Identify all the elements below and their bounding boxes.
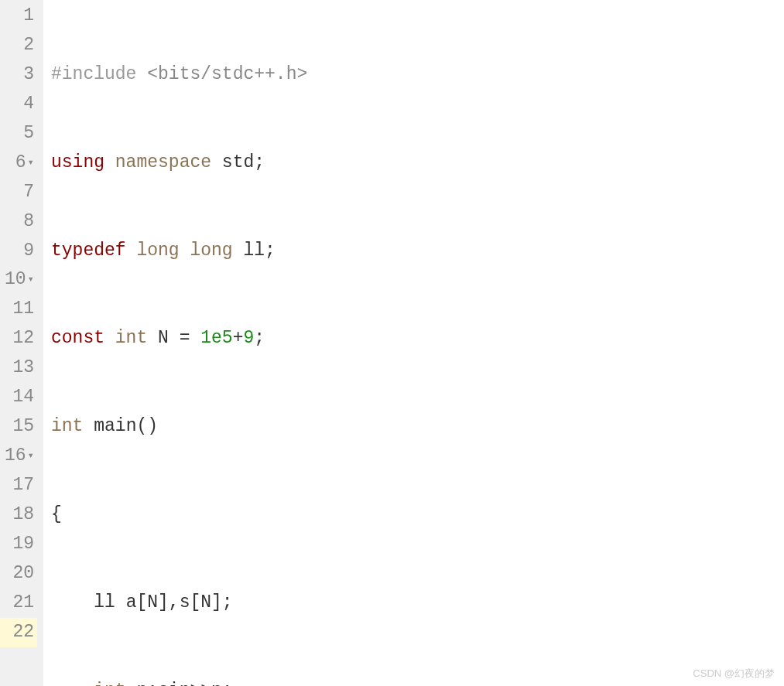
line-number: 3 [0, 60, 37, 90]
fold-icon[interactable]: ▾ [28, 273, 34, 285]
line-number: 6▾ [0, 148, 37, 178]
code-line: { [51, 500, 784, 530]
code-line: #include <bits/stdc++.h> [51, 60, 784, 90]
line-number: 14 [0, 383, 37, 412]
line-number: 4 [0, 90, 37, 119]
line-number: 10▾ [0, 265, 37, 295]
line-number: 7 [0, 178, 37, 207]
line-number: 2 [0, 31, 37, 60]
code-editor: 1 2 3 4 5 6▾ 7 8 9 10▾ 11 12 13 14 15 16… [0, 0, 784, 686]
line-number: 11 [0, 295, 37, 324]
line-number: 18 [0, 500, 37, 530]
line-number: 13 [0, 353, 37, 383]
line-number: 16▾ [0, 442, 37, 471]
code-line: ll a[N],s[N]; [51, 589, 784, 618]
line-number: 9 [0, 237, 37, 266]
code-line: int n;cin>>n; [51, 677, 784, 686]
watermark: CSDN @幻夜的梦 [693, 665, 775, 681]
code-line: int main() [51, 412, 784, 442]
fold-icon[interactable]: ▾ [28, 449, 34, 462]
line-number: 15 [0, 412, 37, 442]
line-number: 5 [0, 119, 37, 148]
code-area[interactable]: #include <bits/stdc++.h> using namespace… [43, 0, 784, 686]
line-number: 1 [0, 2, 37, 31]
line-number: 20 [0, 559, 37, 589]
line-gutter: 1 2 3 4 5 6▾ 7 8 9 10▾ 11 12 13 14 15 16… [0, 0, 43, 686]
line-number: 12 [0, 324, 37, 353]
line-number: 22 [0, 618, 37, 647]
code-line: const int N = 1e5+9; [51, 324, 784, 353]
fold-icon[interactable]: ▾ [28, 156, 34, 169]
line-number: 19 [0, 530, 37, 559]
line-number: 17 [0, 471, 37, 500]
code-line: using namespace std; [51, 148, 784, 178]
line-number: 8 [0, 207, 37, 237]
code-line: typedef long long ll; [51, 237, 784, 266]
line-number: 21 [0, 589, 37, 618]
